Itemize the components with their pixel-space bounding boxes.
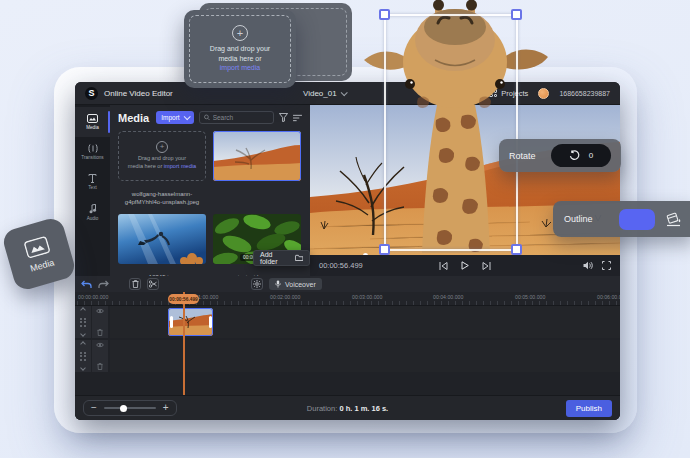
track-reorder-controls[interactable] bbox=[75, 340, 91, 372]
add-folder-label: Add folder bbox=[260, 251, 290, 265]
zoom-in-button[interactable]: + bbox=[163, 403, 169, 413]
visibility-eye-icon[interactable] bbox=[96, 308, 104, 314]
clip-trim-handle-left[interactable] bbox=[170, 316, 173, 328]
trash-icon[interactable] bbox=[97, 363, 103, 370]
selection-handle-bottom-right[interactable] bbox=[511, 244, 522, 255]
ruler-label: 00:00:00.000 bbox=[78, 294, 108, 300]
volume-icon[interactable] bbox=[583, 261, 593, 270]
outline-panel: Outline bbox=[553, 201, 690, 237]
duration-display: Duration: 0 h. 1 m. 16 s. bbox=[307, 404, 388, 413]
move-track-down-icon[interactable] bbox=[80, 365, 86, 371]
sidebar-item-label: Text bbox=[88, 185, 96, 190]
floating-dropzone-card[interactable]: + Drag and drop your media here or impor… bbox=[184, 10, 296, 88]
diver-thumbnail bbox=[118, 214, 206, 264]
chevron-down-icon bbox=[340, 89, 347, 96]
undo-button[interactable] bbox=[81, 280, 92, 289]
move-track-up-icon[interactable] bbox=[80, 341, 86, 347]
clip-thumbnail bbox=[168, 308, 213, 336]
floating-dropzone-text: Drag and drop your media here or import … bbox=[210, 44, 270, 73]
split-button[interactable] bbox=[147, 278, 159, 290]
media-panel-title: Media bbox=[118, 112, 149, 124]
filter-icon[interactable] bbox=[279, 113, 288, 122]
project-title-dropdown[interactable]: Video_01 bbox=[303, 89, 346, 98]
sidebar-item-media[interactable]: Media bbox=[75, 107, 110, 137]
account-avatar[interactable] bbox=[538, 88, 549, 99]
voiceover-button[interactable]: Voiceover bbox=[269, 278, 322, 290]
search-box[interactable] bbox=[199, 111, 274, 124]
redo-button[interactable] bbox=[98, 280, 109, 289]
publish-button[interactable]: Publish bbox=[566, 400, 612, 417]
timeline-bottom-bar: − + Duration: 0 h. 1 m. 16 s. Publish bbox=[75, 395, 620, 420]
selection-handle-top-right[interactable] bbox=[511, 9, 522, 20]
settings-button[interactable] bbox=[251, 278, 263, 290]
app-title: Online Video Editor bbox=[104, 89, 173, 98]
sidebar-item-audio[interactable]: Audio bbox=[75, 197, 110, 227]
media-panel: Media Import + bbox=[110, 105, 310, 276]
playhead-time-pill[interactable]: 00:00:56.499 bbox=[168, 294, 199, 304]
sort-icon[interactable] bbox=[293, 114, 302, 122]
media-tile-label: Media bbox=[29, 257, 55, 273]
timeline-clip-desert[interactable] bbox=[168, 308, 213, 336]
projects-grid-icon bbox=[489, 89, 497, 97]
track-lane[interactable] bbox=[110, 340, 620, 372]
zoom-slider-handle[interactable] bbox=[120, 405, 127, 412]
outline-label: Outline bbox=[564, 214, 593, 224]
search-input[interactable] bbox=[213, 114, 269, 121]
rotate-value: 0 bbox=[589, 151, 593, 160]
media-item-desert[interactable] bbox=[213, 131, 301, 181]
rotate-panel: Rotate 0 bbox=[499, 139, 621, 172]
timeline-ruler[interactable]: 00:00:00.000 00:01:00.000 00:02:00.000 0… bbox=[75, 292, 620, 306]
import-label: Import bbox=[161, 114, 179, 121]
delete-button[interactable] bbox=[129, 278, 141, 290]
play-button[interactable] bbox=[461, 261, 469, 270]
sidebar-item-text[interactable]: Text bbox=[75, 167, 110, 197]
drag-handle-icon[interactable] bbox=[80, 318, 86, 327]
left-sidebar: Media Transitions Text Audio bbox=[75, 105, 110, 276]
rotate-label: Rotate bbox=[509, 151, 536, 161]
zoom-slider[interactable] bbox=[104, 407, 156, 409]
import-media-link[interactable]: import media bbox=[164, 163, 196, 169]
timeline-toolbar: Voiceover bbox=[75, 276, 620, 292]
next-frame-button[interactable] bbox=[482, 262, 491, 270]
import-media-link[interactable]: import media bbox=[220, 64, 260, 71]
move-track-up-icon[interactable] bbox=[80, 307, 86, 313]
ruler-label: 00:06:00.000 bbox=[597, 294, 620, 300]
zoom-out-button[interactable]: − bbox=[91, 403, 97, 413]
outline-color-swatch[interactable] bbox=[619, 209, 655, 230]
media-item-diver[interactable] bbox=[118, 214, 206, 264]
indicator-dot bbox=[363, 253, 368, 255]
playhead-line[interactable] bbox=[183, 292, 185, 395]
move-track-down-icon[interactable] bbox=[80, 331, 86, 337]
visibility-eye-icon[interactable] bbox=[96, 342, 104, 348]
track-reorder-controls[interactable] bbox=[75, 306, 91, 338]
microphone-icon bbox=[275, 280, 281, 288]
fullscreen-icon[interactable] bbox=[602, 261, 611, 270]
add-folder-button[interactable]: Add folder bbox=[253, 250, 310, 266]
app-logo-icon: S bbox=[85, 87, 98, 100]
track-1 bbox=[75, 306, 620, 338]
previous-frame-button[interactable] bbox=[439, 262, 448, 270]
duration-value: 0 h. 1 m. 16 s. bbox=[339, 404, 388, 413]
paint-bucket-icon[interactable] bbox=[665, 211, 682, 227]
plus-circle-icon: + bbox=[232, 25, 248, 41]
selection-handle-bottom-left[interactable] bbox=[379, 244, 390, 255]
timeline-tracks bbox=[75, 306, 620, 372]
desert-thumbnail bbox=[213, 131, 301, 181]
projects-button[interactable]: Projects bbox=[489, 89, 528, 98]
media-icon bbox=[23, 235, 51, 259]
track-actions[interactable] bbox=[92, 306, 108, 338]
drag-handle-icon[interactable] bbox=[80, 352, 86, 361]
media-dropzone[interactable]: + Drag and drop your media here or impor… bbox=[118, 131, 206, 181]
account-id: 1686658239887 bbox=[559, 90, 610, 97]
rotate-control[interactable]: 0 bbox=[551, 144, 611, 167]
clip-trim-handle-right[interactable] bbox=[209, 316, 212, 328]
track-lane[interactable] bbox=[110, 306, 620, 338]
sidebar-item-transitions[interactable]: Transitions bbox=[75, 137, 110, 167]
dropzone-text: Drag and drop your media here or import … bbox=[128, 155, 196, 170]
trash-icon[interactable] bbox=[97, 329, 103, 336]
import-button[interactable]: Import bbox=[156, 111, 193, 124]
track-actions[interactable] bbox=[92, 340, 108, 372]
text-icon bbox=[88, 174, 97, 183]
selection-handle-top-left[interactable] bbox=[379, 9, 390, 20]
track-2 bbox=[75, 340, 620, 372]
